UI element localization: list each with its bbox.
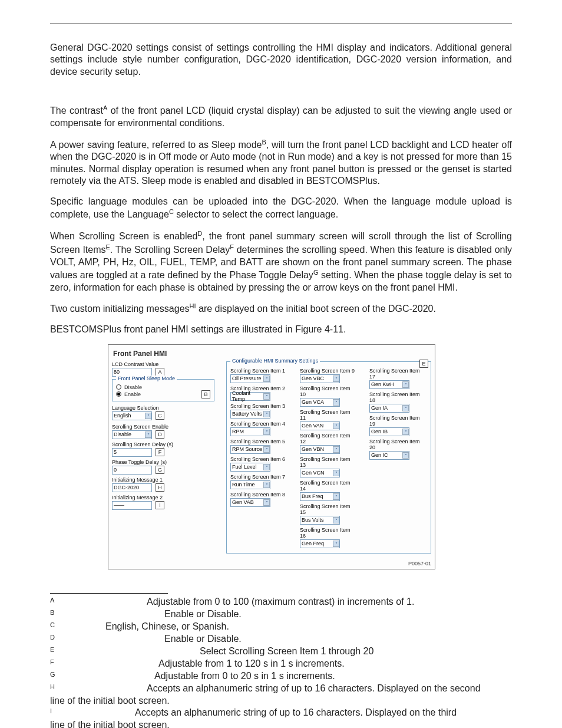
chevron-down-icon: ˅	[333, 375, 339, 382]
scroll-item-select[interactable]: RPM˅	[230, 427, 270, 436]
scroll-item-select[interactable]: Coolant Temp˅	[230, 392, 270, 401]
sup-B: B	[262, 139, 266, 146]
scroll-item-select[interactable]: Gen VCN˅	[300, 469, 340, 477]
p5a: When Scrolling Screen is enabled	[50, 231, 197, 241]
scroll-item-label: Scrolling Screen Item 6	[230, 456, 288, 462]
scroll-item-select[interactable]: Gen IA˅	[369, 404, 409, 413]
scroll-item-value: RPM Source	[232, 446, 262, 452]
chevron-down-icon: ˅	[333, 493, 339, 500]
scroll-item-label: Scrolling Screen Item 4	[230, 421, 288, 427]
scroll-item-label: Scrolling Screen Item 15	[300, 503, 358, 515]
chevron-down-icon: ˅	[145, 413, 151, 419]
chevron-down-icon: ˅	[263, 429, 270, 435]
chevron-down-icon: ˅	[263, 464, 270, 470]
scroll-item-label: Scrolling Screen Item 14	[300, 480, 358, 492]
scroll-item-select[interactable]: Bus Volts˅	[300, 516, 340, 525]
letter-H: H	[156, 483, 164, 492]
scroll-item-select[interactable]: Gen VAB˅	[230, 498, 270, 507]
scroll-item-label: Scrolling Screen Item 13	[300, 456, 358, 468]
scroll-item-select[interactable]: RPM Source˅	[230, 445, 270, 454]
fn-ltr-B: B	[50, 609, 58, 617]
scroll-en-select[interactable]: Disable ˅	[112, 430, 152, 439]
scroll-item-select[interactable]: Bus Freq˅	[300, 492, 340, 501]
letter-G: G	[156, 466, 164, 474]
sleep-disable-radio[interactable]	[116, 384, 121, 390]
scroll-item-select[interactable]: Gen IB˅	[369, 427, 409, 436]
scroll-item-select[interactable]: Gen VCA˅	[300, 398, 340, 407]
scroll-item-select[interactable]: Gen KwH˅	[369, 380, 409, 389]
scroll-item-label: Scrolling Screen Item 18	[369, 391, 427, 403]
scroll-item-value: Gen VAN	[302, 423, 323, 429]
scroll-item-label: Scrolling Screen Item 7	[230, 474, 288, 480]
scroll-item-label: Scrolling Screen Item 10	[300, 386, 358, 397]
scroll-item-value: Gen VCN	[302, 470, 325, 476]
intro-p7: BESTCOMSPlus front panel HMI settings ar…	[50, 324, 512, 335]
panel-title: Front Panel HMI	[113, 350, 431, 358]
chevron-down-icon: ˅	[263, 393, 270, 400]
lang-select[interactable]: English ˅	[112, 411, 152, 420]
scroll-item-label: Scrolling Screen Item 1	[230, 368, 288, 374]
scroll-item-value: Gen KwH	[371, 381, 394, 387]
scroll-item-label: Scrolling Screen Item 17	[369, 368, 427, 380]
scroll-item-select[interactable]: Gen VBC˅	[300, 374, 340, 383]
scroll-item-select[interactable]: Gen IC˅	[369, 451, 409, 460]
chevron-down-icon: ˅	[402, 405, 409, 411]
letter-B: B	[201, 390, 210, 398]
p3a: A power saving feature, referred to as S…	[50, 140, 262, 150]
scroll-item-select[interactable]: Gen VBN˅	[300, 445, 340, 454]
init1-label: Initializing Message 1	[112, 477, 214, 483]
phase-label: Phase Toggle Delay (s)	[112, 459, 214, 465]
scroll-delay-label: Scrolling Screen Delay (s)	[112, 442, 214, 447]
chevron-down-icon: ˅	[333, 399, 339, 406]
letter-I: I	[156, 501, 164, 509]
chevron-down-icon: ˅	[333, 423, 339, 429]
fn-G: Adjustable from 0 to 20 s in 1 s increme…	[154, 671, 335, 681]
scroll-item-value: RPM	[232, 429, 244, 434]
sup-F: F	[230, 243, 234, 251]
sleep-enable-radio[interactable]	[116, 391, 121, 397]
fn-B: Enable or Disable.	[164, 609, 242, 619]
scroll-item-select[interactable]: Run Time˅	[230, 480, 270, 489]
summary-title: Configurable HMI Summary Settings	[230, 358, 320, 364]
scroll-en-value: Disable	[114, 431, 131, 437]
phase-input[interactable]	[112, 466, 152, 475]
scroll-item-value: Gen VBC	[302, 375, 324, 381]
top-rule	[50, 24, 512, 24]
fn-I-cont: line of the initial boot screen.	[50, 719, 512, 728]
fn-H: Accepts an alphanumeric string of up to …	[147, 683, 481, 693]
scroll-item-select[interactable]: Fuel Level˅	[230, 463, 270, 472]
chevron-down-icon: ˅	[333, 446, 339, 453]
intro-p1: General DGC-2020 settings consist of set…	[50, 42, 512, 78]
p2a: The contrast	[50, 106, 103, 116]
fn-ltr-H: H	[50, 683, 58, 691]
fn-ltr-A: A	[50, 597, 58, 605]
panel-id: P0057-01	[112, 561, 431, 566]
fn-D: Enable or Disable.	[164, 634, 242, 644]
init2-input[interactable]	[112, 501, 152, 510]
scroll-item-select[interactable]: Battery Volts˅	[230, 410, 270, 419]
scroll-item-value: Fuel Level	[232, 464, 257, 470]
init1-input[interactable]	[112, 483, 152, 492]
fn-ltr-I: I	[50, 707, 58, 716]
chevron-down-icon: ˅	[263, 411, 270, 417]
fn-ltr-F: F	[50, 658, 58, 667]
intro-p5: When Scrolling Screen is enabledD, the f…	[50, 229, 512, 294]
chevron-down-icon: ˅	[263, 499, 270, 506]
scroll-item-value: Gen IC	[371, 452, 388, 458]
p4b: selector to select the correct language.	[174, 210, 338, 220]
scroll-item-select[interactable]: Oil Pressure˅	[230, 374, 270, 383]
fn-ltr-E: E	[50, 646, 58, 654]
scroll-item-value: Battery Volts	[232, 411, 262, 417]
lang-label: Language Selection	[112, 405, 214, 411]
scroll-delay-input[interactable]	[112, 448, 152, 457]
intro-p4: Specific language modules can be uploade…	[50, 196, 512, 221]
scroll-item-select[interactable]: Gen Freq˅	[300, 539, 340, 548]
scroll-item-value: Bus Volts	[302, 517, 324, 523]
scroll-item-value: Gen VBN	[302, 446, 324, 452]
scroll-en-label: Scrolling Screen Enable	[112, 424, 214, 430]
front-panel-hmi-panel: Front Panel HMI LCD Contrast Value A Fro…	[108, 344, 435, 569]
fn-C: English, Chinese, or Spanish.	[105, 621, 229, 631]
sup-HI: HI	[190, 302, 196, 309]
scroll-item-label: Scrolling Screen Item 20	[369, 439, 427, 450]
scroll-item-select[interactable]: Gen VAN˅	[300, 421, 340, 430]
